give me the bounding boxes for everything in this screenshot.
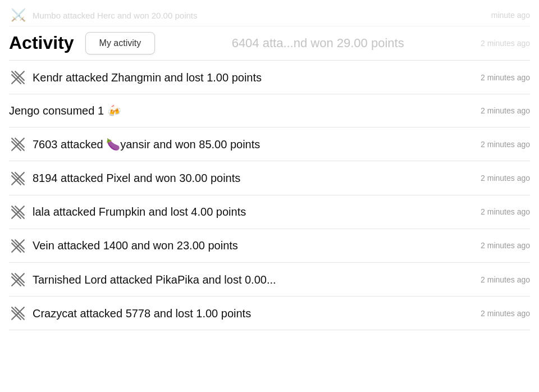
activity-text: Tarnished Lord attacked PikaPika and los… (33, 272, 472, 287)
swords-icon (9, 170, 27, 185)
swords-icon (9, 70, 27, 85)
list-item: 7603 attacked 🍆yansir and won 85.00 poin… (9, 127, 530, 161)
swords-icon: ⚔️ (9, 8, 27, 22)
list-item: Tarnished Lord attacked PikaPika and los… (9, 263, 530, 297)
top-activity-row: ⚔️ Mumbo attacked Herc and won 20.00 poi… (9, 4, 530, 26)
swords-icon (9, 204, 27, 220)
activity-text: Vein attacked 1400 and won 23.00 points (33, 238, 472, 253)
swords-icon (9, 136, 27, 152)
activity-text: Crazycat attacked 5778 and lost 1.00 poi… (33, 306, 472, 321)
activity-time: 2 minutes ago (481, 207, 530, 216)
top-activity-time: minute ago (491, 11, 530, 20)
list-item: Crazycat attacked 5778 and lost 1.00 poi… (9, 297, 530, 330)
activity-time: 2 minutes ago (481, 106, 530, 115)
activity-time: 2 minutes ago (481, 309, 530, 318)
header-area: ⚔️ Mumbo attacked Herc and won 20.00 poi… (0, 0, 539, 61)
page-title: Activity (9, 33, 74, 53)
page-container: ⚔️ Mumbo attacked Herc and won 20.00 poi… (0, 0, 539, 330)
activity-time: 2 minutes ago (481, 140, 530, 149)
list-item: 8194 attacked Pixel and won 30.00 points… (9, 161, 530, 195)
activity-time: 2 minutes ago (481, 174, 530, 183)
second-item-text: 6404 atta...nd won 29.00 points (166, 36, 469, 51)
activity-text: Jengo consumed 1 🍻 (9, 103, 472, 118)
activity-text: 8194 attacked Pixel and won 30.00 points (33, 171, 472, 185)
list-item: Kendr attacked Zhangmin and lost 1.00 po… (9, 61, 530, 94)
activity-list: Kendr attacked Zhangmin and lost 1.00 po… (0, 61, 539, 330)
top-activity-text: Mumbo attacked Herc and won 20.00 points (33, 11, 491, 20)
swords-icon (9, 272, 27, 287)
activity-text: lala attacked Frumpkin and lost 4.00 poi… (33, 204, 472, 219)
swords-icon (9, 306, 27, 321)
list-item: lala attacked Frumpkin and lost 4.00 poi… (9, 195, 530, 229)
list-item: Jengo consumed 1 🍻2 minutes ago (9, 94, 530, 127)
activity-time: 2 minutes ago (481, 73, 530, 82)
activity-time: 2 minutes ago (481, 275, 530, 284)
activity-text: Kendr attacked Zhangmin and lost 1.00 po… (33, 70, 472, 85)
list-item: Vein attacked 1400 and won 23.00 points2… (9, 229, 530, 263)
activity-text: 7603 attacked 🍆yansir and won 85.00 poin… (33, 137, 472, 152)
second-item-time: 2 minutes ago (481, 39, 530, 48)
swords-icon (9, 238, 27, 253)
activity-time: 2 minutes ago (481, 241, 530, 250)
header-row: Activity My activity 6404 atta...nd won … (9, 26, 530, 61)
my-activity-button[interactable]: My activity (85, 32, 156, 54)
